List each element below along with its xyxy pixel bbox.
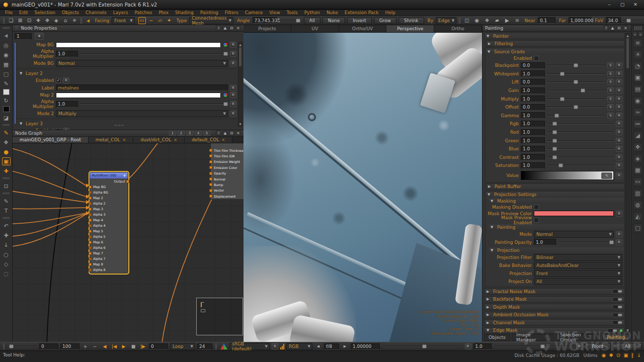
painting-mode-dropdown[interactable]: Normal ▼	[534, 231, 614, 238]
grade-slider[interactable]	[547, 113, 605, 119]
input-port[interactable]	[89, 257, 92, 260]
close-tab-icon[interactable]: ✕	[123, 138, 126, 142]
section-fractal-noise-mask[interactable]: ▶Fractal Noise Mask	[484, 288, 625, 295]
input-port[interactable]	[89, 186, 92, 189]
tool-column-grip[interactable]	[3, 27, 10, 29]
grade-value-field[interactable]: 1.0	[521, 162, 545, 169]
enabled-checkbox[interactable]: ✓	[56, 78, 61, 83]
input-port[interactable]	[89, 241, 92, 244]
marquee-tool-icon[interactable]: ▢	[2, 70, 11, 78]
dock-modo-icon[interactable]: ◢	[633, 131, 642, 140]
color-picker-icon[interactable]	[223, 93, 228, 98]
set-button[interactable]: S	[607, 62, 614, 68]
close-icon[interactable]: ✕	[235, 131, 241, 136]
range-end-field[interactable]: 100	[60, 343, 79, 350]
reset-button[interactable]: R	[616, 104, 622, 110]
status-export-icon[interactable]: ▣	[623, 352, 628, 358]
solid-view-icon[interactable]: ▰	[493, 17, 501, 24]
close-project-icon[interactable]: ⊠	[16, 17, 24, 24]
grade-slider[interactable]	[547, 138, 614, 144]
projection-filter-dropdown[interactable]: Bilinear ▼	[534, 254, 622, 261]
all-button[interactable]: All	[613, 343, 642, 350]
input-port[interactable]	[209, 177, 212, 180]
input-port[interactable]	[89, 224, 92, 227]
label-field[interactable]: metalnes	[56, 84, 228, 91]
marquee-select-icon[interactable]: ▭	[138, 17, 146, 24]
collapse-left-icon[interactable]: «	[632, 32, 637, 37]
paint-target-icon[interactable]: ▣	[2, 157, 11, 165]
dock-grip[interactable]	[634, 26, 641, 30]
gain-field[interactable]: 1.0	[473, 343, 492, 350]
remove-key-icon[interactable]: −	[91, 343, 99, 350]
menu-nuke[interactable]: Nuke	[327, 10, 338, 15]
expand-icon[interactable]: ▲	[610, 26, 615, 31]
select-shrink-button[interactable]: Shrink	[398, 17, 424, 24]
reset-button[interactable]: R	[230, 51, 236, 57]
set-button[interactable]: S	[607, 104, 614, 110]
toolbar-grip[interactable]	[80, 18, 82, 24]
menu-view[interactable]: View	[269, 10, 280, 15]
color-value-bar[interactable]	[56, 93, 221, 98]
menu-shading[interactable]: Shading	[175, 10, 194, 15]
input-port[interactable]	[89, 230, 92, 233]
type-dropdown[interactable]: Connectedness Mesh▼	[189, 17, 233, 24]
reset-button[interactable]: R	[616, 87, 622, 94]
section-channel-mask[interactable]: ▶Channel Mask	[484, 319, 625, 326]
reset-button[interactable]: R	[63, 77, 69, 83]
input-port[interactable]	[209, 172, 212, 175]
text-tool-icon[interactable]: T	[2, 207, 11, 215]
tool-column-grip[interactable]	[3, 217, 10, 219]
status-bars-icon[interactable]: ∥	[631, 352, 634, 358]
section-painting[interactable]: ▼ Painting	[489, 224, 624, 230]
dock-objects-icon[interactable]: ❖	[633, 143, 642, 151]
scroll-up-icon[interactable]: ▲	[626, 33, 629, 38]
grade-value-field[interactable]: 0.0	[521, 79, 545, 85]
layers-visibility-icon[interactable]: ❖	[2, 138, 11, 146]
dodge-tool-icon[interactable]: ◎	[2, 41, 11, 49]
dock-selection-icon[interactable]: ▢	[633, 224, 642, 232]
near-field[interactable]: 0.1	[538, 17, 555, 24]
panel-splitter[interactable]: ┅┅┅	[114, 123, 124, 128]
section-depth-mask[interactable]: ▶Depth Mask	[484, 304, 625, 310]
set-button[interactable]: S	[607, 87, 614, 94]
undo-icon[interactable]: ↶	[2, 222, 11, 230]
close-icon[interactable]: ✕	[623, 26, 628, 31]
dock-tool-properties-icon[interactable]: ≔	[633, 120, 642, 128]
colorspace-dropdown[interactable]: sRGB (default)▼	[229, 343, 270, 350]
grade-value-field[interactable]: 1.0	[521, 112, 545, 119]
gain-slider[interactable]	[494, 343, 575, 349]
menu-objects[interactable]: Objects	[62, 10, 79, 15]
paint-through-tool-icon[interactable]: ✎	[2, 129, 11, 137]
mode-dropdown[interactable]: Normal▼	[56, 60, 228, 67]
dock-layers-icon[interactable]: ≡	[633, 39, 642, 47]
mask-enable-toggle[interactable]	[612, 305, 622, 309]
painting-palette-scrollbar[interactable]: ▲ ▼	[625, 33, 630, 333]
dock-color-icon[interactable]: ◈	[633, 154, 642, 163]
dock-lighting-icon[interactable]: ◉	[633, 97, 642, 105]
scroll-down-icon[interactable]: ▼	[626, 328, 629, 332]
input-port[interactable]	[89, 219, 92, 222]
add-key-icon[interactable]: +	[82, 343, 89, 350]
reset-button[interactable]: R	[616, 96, 622, 102]
mask-enable-toggle[interactable]	[612, 297, 622, 302]
section-layer-2[interactable]: ▼Layer 2	[15, 68, 236, 77]
viewport-3d-view[interactable]: Current Tool: Orbit (Alt+LeftBtn)Brush P…	[244, 33, 482, 342]
value-field[interactable]: 1.0	[56, 101, 78, 108]
palette-tab-painting[interactable]: Painting	[602, 334, 629, 341]
mask-enable-toggle[interactable]	[607, 328, 617, 333]
add-paint-icon[interactable]: ✚	[34, 17, 42, 24]
shader-node[interactable]: Thin Film ThicknessThin Film IOREmission…	[210, 143, 244, 200]
front-button[interactable]: Front	[585, 343, 611, 350]
select-all-button[interactable]: All	[304, 17, 320, 24]
reset-button[interactable]: R	[576, 343, 583, 349]
far-field[interactable]: 1,000.000	[569, 17, 592, 24]
grade-value-field[interactable]: 1.0	[521, 129, 545, 136]
input-port[interactable]	[209, 183, 212, 186]
toolbar-grip[interactable]	[215, 343, 217, 349]
tool-column-grip[interactable]	[3, 177, 10, 179]
grade-slider[interactable]	[547, 87, 605, 94]
bake-behavior-dropdown[interactable]: AutoBakeAndClear ▼	[534, 262, 622, 269]
expand-icon[interactable]: ▲	[222, 26, 228, 31]
help-icon[interactable]: ?	[603, 26, 609, 31]
select-tool-icon[interactable]: ➤	[1, 30, 12, 42]
